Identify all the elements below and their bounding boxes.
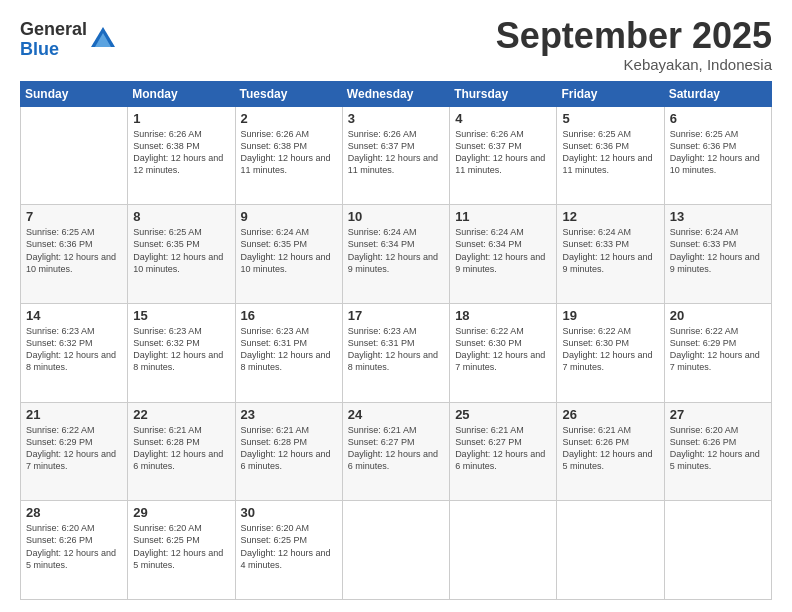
calendar-cell: 9Sunrise: 6:24 AM Sunset: 6:35 PM Daylig… — [235, 205, 342, 304]
calendar-cell: 10Sunrise: 6:24 AM Sunset: 6:34 PM Dayli… — [342, 205, 449, 304]
day-info: Sunrise: 6:21 AM Sunset: 6:28 PM Dayligh… — [241, 424, 337, 473]
day-number: 26 — [562, 407, 658, 422]
day-number: 27 — [670, 407, 766, 422]
month-title: September 2025 — [496, 16, 772, 56]
day-info: Sunrise: 6:22 AM Sunset: 6:30 PM Dayligh… — [562, 325, 658, 374]
calendar-cell — [557, 501, 664, 600]
day-info: Sunrise: 6:24 AM Sunset: 6:34 PM Dayligh… — [348, 226, 444, 275]
calendar-cell: 29Sunrise: 6:20 AM Sunset: 6:25 PM Dayli… — [128, 501, 235, 600]
day-info: Sunrise: 6:23 AM Sunset: 6:31 PM Dayligh… — [348, 325, 444, 374]
day-number: 24 — [348, 407, 444, 422]
calendar-cell: 20Sunrise: 6:22 AM Sunset: 6:29 PM Dayli… — [664, 303, 771, 402]
col-tuesday: Tuesday — [235, 81, 342, 106]
calendar-cell: 7Sunrise: 6:25 AM Sunset: 6:36 PM Daylig… — [21, 205, 128, 304]
day-number: 19 — [562, 308, 658, 323]
col-saturday: Saturday — [664, 81, 771, 106]
calendar-cell — [342, 501, 449, 600]
logo-text: General Blue — [20, 20, 87, 60]
day-info: Sunrise: 6:26 AM Sunset: 6:37 PM Dayligh… — [455, 128, 551, 177]
day-number: 30 — [241, 505, 337, 520]
day-info: Sunrise: 6:23 AM Sunset: 6:31 PM Dayligh… — [241, 325, 337, 374]
day-number: 9 — [241, 209, 337, 224]
calendar-table: Sunday Monday Tuesday Wednesday Thursday… — [20, 81, 772, 600]
day-info: Sunrise: 6:22 AM Sunset: 6:29 PM Dayligh… — [670, 325, 766, 374]
day-number: 18 — [455, 308, 551, 323]
day-number: 13 — [670, 209, 766, 224]
calendar-cell: 5Sunrise: 6:25 AM Sunset: 6:36 PM Daylig… — [557, 106, 664, 205]
calendar-cell: 30Sunrise: 6:20 AM Sunset: 6:25 PM Dayli… — [235, 501, 342, 600]
day-info: Sunrise: 6:23 AM Sunset: 6:32 PM Dayligh… — [133, 325, 229, 374]
day-info: Sunrise: 6:20 AM Sunset: 6:25 PM Dayligh… — [133, 522, 229, 571]
day-number: 22 — [133, 407, 229, 422]
day-info: Sunrise: 6:24 AM Sunset: 6:35 PM Dayligh… — [241, 226, 337, 275]
day-number: 8 — [133, 209, 229, 224]
location-subtitle: Kebayakan, Indonesia — [496, 56, 772, 73]
calendar-cell: 19Sunrise: 6:22 AM Sunset: 6:30 PM Dayli… — [557, 303, 664, 402]
calendar-cell: 3Sunrise: 6:26 AM Sunset: 6:37 PM Daylig… — [342, 106, 449, 205]
calendar-cell: 12Sunrise: 6:24 AM Sunset: 6:33 PM Dayli… — [557, 205, 664, 304]
calendar-cell: 26Sunrise: 6:21 AM Sunset: 6:26 PM Dayli… — [557, 402, 664, 501]
calendar-cell: 4Sunrise: 6:26 AM Sunset: 6:37 PM Daylig… — [450, 106, 557, 205]
day-number: 2 — [241, 111, 337, 126]
day-info: Sunrise: 6:25 AM Sunset: 6:35 PM Dayligh… — [133, 226, 229, 275]
day-number: 6 — [670, 111, 766, 126]
logo: General Blue — [20, 20, 117, 60]
day-info: Sunrise: 6:25 AM Sunset: 6:36 PM Dayligh… — [562, 128, 658, 177]
calendar-cell — [664, 501, 771, 600]
day-number: 29 — [133, 505, 229, 520]
day-info: Sunrise: 6:20 AM Sunset: 6:25 PM Dayligh… — [241, 522, 337, 571]
col-monday: Monday — [128, 81, 235, 106]
calendar-page: General Blue September 2025 Kebayakan, I… — [0, 0, 792, 612]
day-number: 11 — [455, 209, 551, 224]
title-section: September 2025 Kebayakan, Indonesia — [496, 16, 772, 73]
day-info: Sunrise: 6:20 AM Sunset: 6:26 PM Dayligh… — [670, 424, 766, 473]
calendar-cell: 24Sunrise: 6:21 AM Sunset: 6:27 PM Dayli… — [342, 402, 449, 501]
calendar-cell: 1Sunrise: 6:26 AM Sunset: 6:38 PM Daylig… — [128, 106, 235, 205]
day-number: 21 — [26, 407, 122, 422]
col-wednesday: Wednesday — [342, 81, 449, 106]
day-info: Sunrise: 6:26 AM Sunset: 6:37 PM Dayligh… — [348, 128, 444, 177]
day-number: 15 — [133, 308, 229, 323]
calendar-cell: 27Sunrise: 6:20 AM Sunset: 6:26 PM Dayli… — [664, 402, 771, 501]
day-info: Sunrise: 6:24 AM Sunset: 6:34 PM Dayligh… — [455, 226, 551, 275]
day-info: Sunrise: 6:25 AM Sunset: 6:36 PM Dayligh… — [670, 128, 766, 177]
day-number: 7 — [26, 209, 122, 224]
calendar-cell: 15Sunrise: 6:23 AM Sunset: 6:32 PM Dayli… — [128, 303, 235, 402]
calendar-week-row: 7Sunrise: 6:25 AM Sunset: 6:36 PM Daylig… — [21, 205, 772, 304]
day-info: Sunrise: 6:21 AM Sunset: 6:28 PM Dayligh… — [133, 424, 229, 473]
day-number: 4 — [455, 111, 551, 126]
calendar-cell: 11Sunrise: 6:24 AM Sunset: 6:34 PM Dayli… — [450, 205, 557, 304]
day-info: Sunrise: 6:24 AM Sunset: 6:33 PM Dayligh… — [562, 226, 658, 275]
calendar-cell: 14Sunrise: 6:23 AM Sunset: 6:32 PM Dayli… — [21, 303, 128, 402]
day-number: 16 — [241, 308, 337, 323]
logo-icon — [89, 25, 117, 53]
calendar-cell: 17Sunrise: 6:23 AM Sunset: 6:31 PM Dayli… — [342, 303, 449, 402]
calendar-week-row: 28Sunrise: 6:20 AM Sunset: 6:26 PM Dayli… — [21, 501, 772, 600]
day-info: Sunrise: 6:26 AM Sunset: 6:38 PM Dayligh… — [241, 128, 337, 177]
col-sunday: Sunday — [21, 81, 128, 106]
col-thursday: Thursday — [450, 81, 557, 106]
day-number: 17 — [348, 308, 444, 323]
day-number: 1 — [133, 111, 229, 126]
day-info: Sunrise: 6:26 AM Sunset: 6:38 PM Dayligh… — [133, 128, 229, 177]
day-number: 3 — [348, 111, 444, 126]
day-number: 12 — [562, 209, 658, 224]
day-info: Sunrise: 6:25 AM Sunset: 6:36 PM Dayligh… — [26, 226, 122, 275]
calendar-week-row: 1Sunrise: 6:26 AM Sunset: 6:38 PM Daylig… — [21, 106, 772, 205]
calendar-cell: 16Sunrise: 6:23 AM Sunset: 6:31 PM Dayli… — [235, 303, 342, 402]
day-number: 14 — [26, 308, 122, 323]
calendar-header-row: Sunday Monday Tuesday Wednesday Thursday… — [21, 81, 772, 106]
calendar-cell: 8Sunrise: 6:25 AM Sunset: 6:35 PM Daylig… — [128, 205, 235, 304]
calendar-cell: 2Sunrise: 6:26 AM Sunset: 6:38 PM Daylig… — [235, 106, 342, 205]
day-info: Sunrise: 6:20 AM Sunset: 6:26 PM Dayligh… — [26, 522, 122, 571]
day-number: 20 — [670, 308, 766, 323]
calendar-cell — [450, 501, 557, 600]
calendar-cell: 18Sunrise: 6:22 AM Sunset: 6:30 PM Dayli… — [450, 303, 557, 402]
calendar-cell: 22Sunrise: 6:21 AM Sunset: 6:28 PM Dayli… — [128, 402, 235, 501]
day-info: Sunrise: 6:23 AM Sunset: 6:32 PM Dayligh… — [26, 325, 122, 374]
day-info: Sunrise: 6:21 AM Sunset: 6:27 PM Dayligh… — [348, 424, 444, 473]
day-info: Sunrise: 6:24 AM Sunset: 6:33 PM Dayligh… — [670, 226, 766, 275]
calendar-cell: 28Sunrise: 6:20 AM Sunset: 6:26 PM Dayli… — [21, 501, 128, 600]
day-info: Sunrise: 6:22 AM Sunset: 6:30 PM Dayligh… — [455, 325, 551, 374]
calendar-cell: 21Sunrise: 6:22 AM Sunset: 6:29 PM Dayli… — [21, 402, 128, 501]
